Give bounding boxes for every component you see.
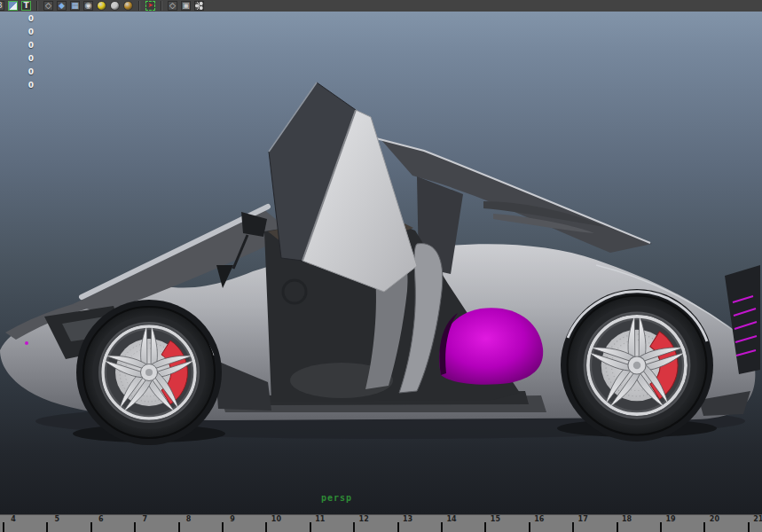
isolate-select-icon[interactable]: ➤: [145, 1, 155, 11]
color-grid-icon[interactable]: [8, 1, 18, 11]
frame-number: 5: [47, 515, 67, 523]
frame-tick[interactable]: [178, 522, 180, 532]
hud-value: 0: [27, 54, 35, 63]
frame-tick[interactable]: [703, 522, 705, 532]
text-tool-icon[interactable]: T: [21, 1, 31, 11]
frame-number: 13: [398, 515, 418, 523]
frame-tick[interactable]: [90, 522, 92, 532]
hud-value: 0: [27, 81, 35, 90]
frame-tick[interactable]: [397, 522, 399, 532]
headlight-led: [25, 341, 28, 345]
wireframe-display-icon[interactable]: ◇: [43, 1, 53, 11]
textured-display-icon[interactable]: ▦: [70, 1, 80, 11]
frame-number: 18: [617, 515, 637, 523]
frame-number: 12: [354, 515, 373, 523]
separator: [138, 1, 140, 11]
frame-number: 14: [442, 515, 461, 523]
rear-wheel[interactable]: [568, 296, 707, 435]
frame-number: 17: [573, 515, 593, 523]
frame-tick[interactable]: [134, 522, 136, 532]
shaded-display-icon[interactable]: ◆: [57, 1, 67, 11]
frame-number: 9: [223, 515, 242, 523]
frame-number: 19: [661, 515, 680, 523]
frame-tick[interactable]: [265, 522, 267, 532]
default-lighting-icon[interactable]: [97, 1, 106, 11]
frame-tick[interactable]: [310, 522, 311, 532]
frame-number: 6: [91, 515, 111, 523]
textured-lighting-icon[interactable]: [123, 1, 133, 11]
xray-display-icon[interactable]: ◇: [168, 1, 177, 11]
perspective-viewport[interactable]: 000000 persp: [0, 12, 762, 514]
frame-tick[interactable]: [484, 522, 486, 532]
hud-value: 0: [27, 67, 35, 76]
frame-number: 15: [485, 515, 505, 523]
joint-display-icon[interactable]: [194, 1, 204, 11]
hud-value: 0: [27, 14, 35, 23]
frame-tick[interactable]: [441, 522, 443, 532]
panel-toolbar: BT◇◆▦◉➤◇▣: [0, 0, 762, 12]
flat-lighting-icon[interactable]: [110, 1, 120, 11]
separator: [161, 1, 162, 11]
frame-tick[interactable]: [222, 522, 224, 532]
car-model-3d[interactable]: [0, 12, 762, 514]
hud-value: 0: [27, 41, 35, 50]
checker-material-icon[interactable]: ◉: [83, 1, 93, 11]
application-window: BT◇◆▦◉➤◇▣: [0, 0, 762, 532]
frame-tick[interactable]: [572, 522, 574, 532]
frame-number: 4: [4, 515, 23, 523]
frame-tick[interactable]: [617, 522, 618, 532]
frame-number: 8: [179, 515, 199, 523]
frame-tick[interactable]: [660, 522, 662, 532]
frame-tick[interactable]: [3, 522, 4, 532]
front-wheel[interactable]: [83, 307, 215, 438]
frame-selected-icon[interactable]: ▣: [181, 1, 191, 11]
frame-number: 21: [749, 515, 762, 523]
frame-tick[interactable]: [529, 522, 530, 532]
partial-letter-icon[interactable]: B: [0, 1, 4, 11]
frame-tick[interactable]: [46, 522, 48, 532]
time-slider[interactable]: 456789101112131415161718192021: [0, 514, 762, 532]
hud-value: 0: [27, 27, 35, 36]
separator: [36, 1, 38, 11]
frame-number: 16: [530, 515, 549, 523]
frame-number: 11: [310, 515, 330, 523]
frame-tick[interactable]: [353, 522, 355, 532]
camera-label: persp: [321, 493, 383, 503]
frame-number: 20: [704, 515, 724, 523]
frame-number: 7: [135, 515, 154, 523]
frame-tick[interactable]: [748, 522, 750, 532]
frame-number: 10: [266, 515, 286, 523]
